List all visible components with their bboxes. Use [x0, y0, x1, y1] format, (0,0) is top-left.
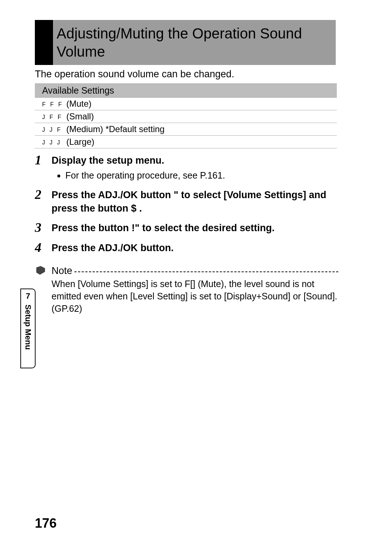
- section-title: Adjusting/Muting the Operation Sound Vol…: [57, 24, 336, 61]
- step-list: Display the setup menu. For the operatin…: [35, 154, 336, 254]
- chapter-label: Setup Menu: [23, 304, 33, 350]
- note-heading: Note: [52, 265, 338, 277]
- volume-glyph: J J F: [42, 127, 64, 133]
- volume-label: (Medium) *Default setting: [64, 124, 164, 134]
- available-settings-table: Available Settings F F F (Mute) J F F (S…: [35, 83, 337, 148]
- step-item: Press the ADJ./OK button.: [35, 241, 336, 254]
- step-item: Press the button !" to select the desire…: [35, 221, 336, 234]
- table-row: J F F (Small): [35, 110, 337, 123]
- step-item: Press the ADJ./OK button " to select [Vo…: [35, 188, 336, 215]
- table-row: F F F (Mute): [35, 98, 337, 110]
- step-title: Press the button !" to select the desire…: [52, 221, 336, 234]
- note-label: Note: [52, 265, 72, 277]
- chapter-tab: 7 Setup Menu: [20, 289, 36, 368]
- volume-label: (Small): [64, 111, 94, 121]
- volume-glyph: J F F: [42, 114, 64, 120]
- manual-page: Adjusting/Muting the Operation Sound Vol…: [0, 0, 392, 552]
- page-number: 176: [35, 516, 57, 531]
- header-grey-bg: Adjusting/Muting the Operation Sound Vol…: [53, 20, 336, 65]
- note-block: Note When [Volume Settings] is set to F[…: [35, 265, 338, 315]
- step-title: Press the ADJ./OK button " to select [Vo…: [52, 188, 336, 215]
- substep-list: For the operating procedure, see P.161.: [65, 169, 336, 182]
- substep: For the operating procedure, see P.161.: [65, 169, 336, 182]
- note-icon: [35, 266, 45, 275]
- header-black-marker: [35, 20, 53, 65]
- note-dashes: [74, 271, 338, 272]
- step-item: Display the setup menu. For the operatin…: [35, 154, 336, 182]
- volume-label: (Mute): [64, 99, 91, 109]
- table-row: J J J (Large): [35, 136, 337, 148]
- section-header: Adjusting/Muting the Operation Sound Vol…: [35, 20, 336, 65]
- settings-header: Available Settings: [35, 84, 337, 98]
- table-row: J J F (Medium) *Default setting: [35, 123, 337, 136]
- step-title: Press the ADJ./OK button.: [52, 241, 336, 254]
- chapter-number: 7: [21, 291, 35, 301]
- volume-glyph: J J J: [42, 139, 64, 146]
- volume-glyph: F F F: [42, 101, 64, 108]
- step-title: Display the setup menu.: [52, 154, 336, 167]
- volume-label: (Large): [64, 137, 94, 147]
- intro-text: The operation sound volume can be change…: [35, 69, 336, 80]
- note-text: When [Volume Settings] is set to F[] (Mu…: [52, 278, 338, 315]
